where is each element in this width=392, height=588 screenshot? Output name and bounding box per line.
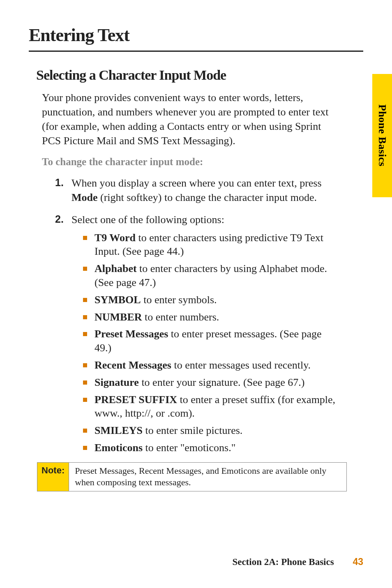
option-rest: to enter smile pictures. — [143, 424, 242, 436]
step-text-pre: Select one of the following options: — [71, 214, 224, 226]
footer-section: Section 2A: Phone Basics — [232, 557, 334, 567]
option-rest: to enter messages used recently. — [171, 359, 311, 371]
list-item: Recent Messages to enter messages used r… — [83, 358, 339, 372]
list-item: Signature to enter your signature. (See … — [83, 376, 339, 390]
note-label: Note: — [37, 463, 69, 491]
step-number: 1. — [55, 176, 64, 190]
section-heading: Selecting a Character Input Mode — [36, 67, 363, 83]
step-number: 2. — [55, 212, 64, 226]
side-tab: Phone Basics — [372, 74, 392, 197]
list-item: Alphabet to enter characters by using Al… — [83, 262, 339, 290]
note-box: Note: Preset Messages, Recent Messages, … — [37, 462, 347, 491]
option-rest: to enter your signature. (See page 67.) — [139, 376, 305, 388]
list-item: Emoticons to enter "emoticons." — [83, 441, 339, 455]
list-item: SYMBOL to enter symbols. — [83, 293, 339, 307]
list-item: PRESET SUFFIX to enter a preset suffix (… — [83, 393, 339, 421]
option-rest: to enter "emoticons." — [143, 442, 235, 454]
option-bold: SYMBOL — [95, 294, 141, 306]
step-text-post: (right softkey) to change the character … — [98, 191, 317, 203]
option-rest: to enter symbols. — [141, 294, 217, 306]
option-bold: Preset Messages — [95, 328, 168, 340]
side-tab-label: Phone Basics — [376, 104, 388, 166]
option-bold: PRESET SUFFIX — [95, 394, 177, 406]
step-1: 1. When you display a screen where you c… — [55, 176, 339, 205]
option-bold: Recent Messages — [95, 359, 171, 371]
option-bold: Alphabet — [95, 263, 137, 274]
list-item: NUMBER to enter numbers. — [83, 310, 339, 324]
page-title: Entering Text — [29, 25, 363, 52]
option-bold: SMILEYS — [95, 424, 143, 436]
step-text-pre: When you display a screen where you can … — [71, 177, 322, 189]
page-footer: Section 2A: Phone Basics 43 — [232, 556, 363, 567]
option-bold: Emoticons — [95, 442, 143, 454]
option-bold: Signature — [95, 376, 139, 388]
note-content: Preset Messages, Recent Messages, and Em… — [69, 463, 346, 491]
options-list: T9 Word to enter characters using predic… — [83, 231, 339, 455]
option-bold: T9 Word — [95, 232, 136, 244]
option-rest: to enter numbers. — [142, 311, 219, 323]
step-2: 2. Select one of the following options: … — [55, 212, 339, 455]
steps-list: 1. When you display a screen where you c… — [55, 176, 339, 454]
option-bold: NUMBER — [95, 311, 142, 323]
step-text-bold: Mode — [71, 191, 98, 203]
instruction-lead: To change the character input mode: — [42, 156, 363, 168]
list-item: T9 Word to enter characters using predic… — [83, 231, 339, 259]
list-item: Preset Messages to enter preset messages… — [83, 327, 339, 355]
footer-page-number: 43 — [353, 556, 363, 567]
list-item: SMILEYS to enter smile pictures. — [83, 424, 339, 438]
intro-paragraph: Your phone provides convenient ways to e… — [42, 90, 339, 148]
